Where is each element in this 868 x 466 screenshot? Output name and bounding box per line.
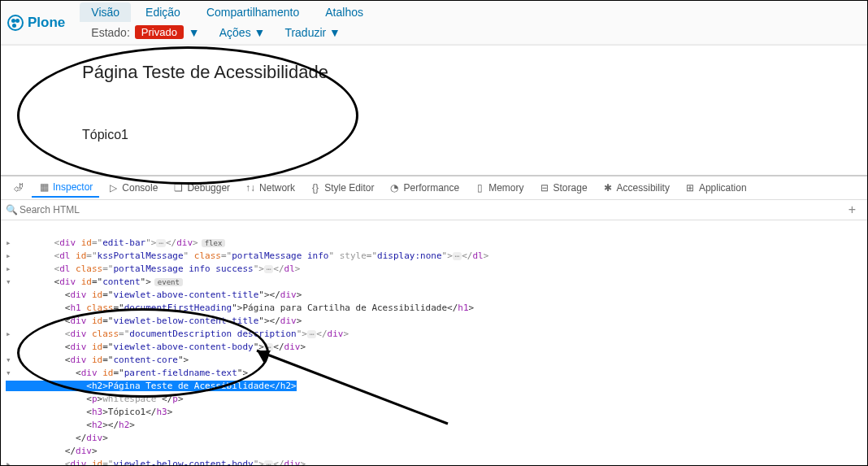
logo-text: Plone: [28, 15, 65, 31]
tab-edit[interactable]: Edição: [134, 2, 192, 22]
top-bar: Plone Visão Edição Compartilhamento Atal…: [1, 1, 867, 45]
content-tabs: Visão Edição Compartilhamento Atalhos: [80, 2, 861, 22]
tabs-column: Visão Edição Compartilhamento Atalhos Es…: [80, 2, 861, 42]
content-area: Página Teste de Acessibilidade Tópico1: [1, 45, 867, 175]
memory-icon: ▯: [474, 182, 485, 194]
state-label: Estado:: [91, 26, 129, 39]
tab-storage[interactable]: ⊟Storage: [532, 179, 594, 197]
tab-share[interactable]: Compartilhamento: [195, 2, 310, 22]
storage-icon: ⊟: [539, 182, 550, 194]
page-title: Página Teste de Acessibilidade: [82, 62, 867, 83]
tab-application[interactable]: ⊞Application: [678, 179, 753, 197]
tab-inspector[interactable]: ▦Inspector: [32, 178, 99, 198]
debugger-icon: ❏: [172, 182, 184, 194]
console-icon: ▷: [107, 182, 119, 194]
devtools-tabs: ⮰ ▦Inspector ▷Console ❏Debugger ↑↓Networ…: [1, 176, 867, 200]
search-html-input[interactable]: [17, 202, 842, 218]
network-icon: ↑↓: [245, 182, 256, 194]
dom-tree[interactable]: <div id="edit-bar">⋯</div>flex <dl id="k…: [1, 220, 867, 466]
pick-element-button[interactable]: ⮰: [6, 179, 30, 197]
add-element-button[interactable]: +: [842, 203, 862, 217]
tab-view[interactable]: Visão: [80, 2, 131, 22]
state-dropdown-icon[interactable]: ▼: [189, 26, 200, 39]
state-row: Estado: Privado ▼ Ações ▼ Traduzir ▼: [80, 22, 861, 42]
devtools-panel: ⮰ ▦Inspector ▷Console ❏Debugger ↑↓Networ…: [1, 175, 867, 466]
application-icon: ⊞: [684, 182, 696, 194]
tab-style-editor[interactable]: {}Style Editor: [303, 179, 380, 197]
plone-logo-icon: [7, 15, 24, 31]
tab-network[interactable]: ↑↓Network: [238, 179, 302, 197]
pick-element-icon: ⮰: [12, 182, 24, 194]
devtools-search-bar: 🔍 +: [1, 200, 867, 220]
inspector-icon: ▦: [38, 181, 50, 193]
tab-performance[interactable]: ◔Performance: [382, 179, 466, 197]
translate-menu[interactable]: Traduzir ▼: [284, 26, 341, 39]
page-topic: Tópico1: [82, 128, 867, 142]
style-editor-icon: {}: [310, 182, 321, 194]
plone-logo[interactable]: Plone: [7, 15, 65, 31]
state-badge: Privado: [135, 25, 184, 39]
tab-debugger[interactable]: ❏Debugger: [166, 179, 237, 197]
search-icon: 🔍: [6, 204, 17, 216]
tab-console[interactable]: ▷Console: [101, 179, 164, 197]
tab-accessibility[interactable]: ✱Accessibility: [596, 179, 676, 197]
tab-memory[interactable]: ▯Memory: [467, 179, 530, 197]
performance-icon: ◔: [388, 182, 400, 194]
actions-menu[interactable]: Ações ▼: [219, 26, 266, 39]
accessibility-icon: ✱: [602, 182, 614, 194]
tab-shortcuts[interactable]: Atalhos: [314, 2, 375, 22]
